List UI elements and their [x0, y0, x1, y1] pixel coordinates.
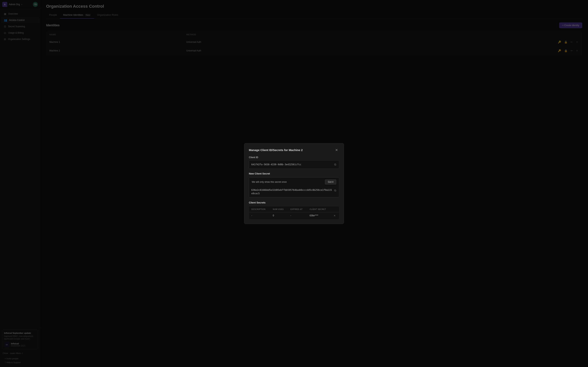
got-it-button[interactable]: Got it: [325, 179, 336, 184]
col-expires-at: EXPIRES AT: [288, 206, 307, 212]
secret-expires-at: -: [288, 212, 307, 219]
client-secrets-label: Client Secrets: [249, 201, 339, 204]
modal-close-button[interactable]: ✕: [334, 148, 339, 152]
modal-header: Manage Client ID/Secrets for Machine 2 ✕: [249, 148, 339, 152]
secret-row: - 0 - 636e**** ✕: [249, 212, 339, 219]
notice-text: We will only show this secret once: [252, 181, 287, 183]
secret-description: -: [249, 212, 271, 219]
manage-secrets-modal: Manage Client ID/Secrets for Machine 2 ✕…: [244, 143, 344, 224]
new-client-secret-label: New Client Secret: [249, 172, 339, 175]
copy-client-id-button[interactable]: ⧉: [334, 162, 337, 167]
secret-masked-value: 636e****: [307, 212, 331, 219]
delete-secret-button[interactable]: ✕: [334, 214, 336, 217]
col-client-secret: CLIENT SECRET: [307, 206, 331, 212]
copy-secret-button[interactable]: ⧉: [334, 188, 337, 192]
col-num-uses: NUM USES: [270, 206, 288, 212]
col-description: DESCRIPTION: [249, 206, 271, 212]
client-id-field: 641f42fa-5658-4330-9d0b-3e432561cfcc ⧉: [249, 160, 339, 169]
col-delete: [331, 206, 339, 212]
modal-overlay[interactable]: Manage Client ID/Secrets for Machine 2 ✕…: [0, 0, 588, 367]
secret-value-row: 636e2c8166bbd5e32d85ebffbb595764ba44bccc…: [249, 186, 339, 197]
modal-title: Manage Client ID/Secrets for Machine 2: [249, 148, 303, 152]
notice-row: We will only show this secret once Got i…: [249, 177, 339, 186]
secret-num-uses: 0: [270, 212, 288, 219]
client-id-label: Client ID: [249, 156, 339, 159]
secrets-table: DESCRIPTION NUM USES EXPIRES AT CLIENT S…: [249, 206, 339, 219]
secret-value: 636e2c8166bbd5e32d85ebffbb595764ba44bccc…: [251, 188, 332, 195]
client-id-value: 641f42fa-5658-4330-9d0b-3e432561cfcc: [251, 163, 332, 166]
